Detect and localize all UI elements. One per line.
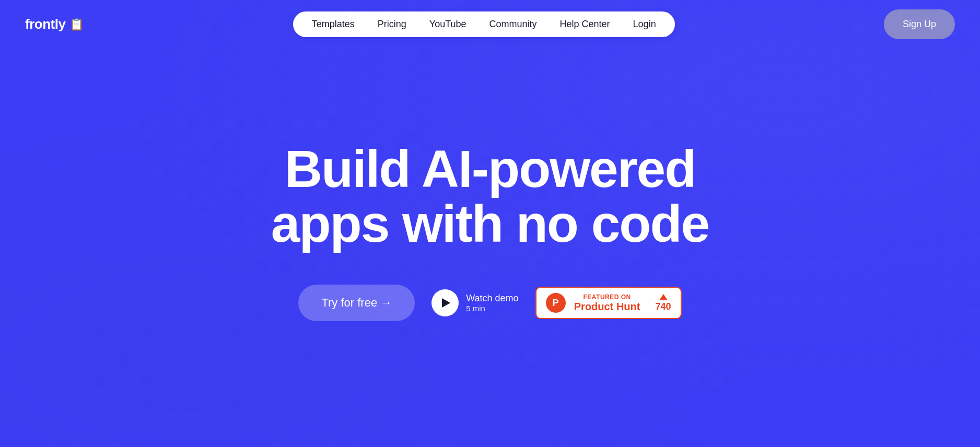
watch-demo-button[interactable]: Watch demo 5 min xyxy=(431,289,518,316)
play-button[interactable] xyxy=(431,289,459,316)
hero-actions: Try for free → Watch demo 5 min P FEATUR… xyxy=(298,285,681,321)
ph-logo: P xyxy=(546,293,566,313)
logo[interactable]: frontly 📋 xyxy=(25,16,84,32)
product-hunt-badge[interactable]: P FEATURED ON Product Hunt 740 xyxy=(535,287,682,319)
nav-item-login[interactable]: Login xyxy=(633,19,656,30)
logo-text: frontly xyxy=(25,16,65,32)
ph-count-area: 740 xyxy=(648,294,671,312)
nav-item-community[interactable]: Community xyxy=(489,19,537,30)
ph-featured-label: FEATURED ON xyxy=(572,293,643,301)
hero-section: Build AI-powered apps with no code Try f… xyxy=(0,49,980,404)
nav-item-youtube[interactable]: YouTube xyxy=(429,19,466,30)
play-icon xyxy=(442,298,450,308)
site-header: frontly 📋 Templates Pricing YouTube Comm… xyxy=(0,0,980,49)
ph-name: Product Hunt xyxy=(572,301,643,313)
hero-title: Build AI-powered apps with no code xyxy=(271,142,709,251)
watch-demo-text: Watch demo 5 min xyxy=(466,293,518,313)
try-free-button[interactable]: Try for free → xyxy=(298,285,415,321)
nav-item-help-center[interactable]: Help Center xyxy=(560,19,610,30)
nav-item-templates[interactable]: Templates xyxy=(312,19,355,30)
logo-icon: 📋 xyxy=(69,18,84,31)
watch-demo-duration: 5 min xyxy=(466,304,485,313)
nav-item-pricing[interactable]: Pricing xyxy=(378,19,406,30)
ph-count: 740 xyxy=(656,301,671,312)
ph-text: FEATURED ON Product Hunt xyxy=(572,293,643,313)
signup-button[interactable]: Sign Up xyxy=(884,9,955,39)
watch-demo-label: Watch demo xyxy=(466,293,518,304)
ph-upvote-arrow xyxy=(659,294,668,300)
main-nav: Templates Pricing YouTube Community Help… xyxy=(293,11,675,37)
